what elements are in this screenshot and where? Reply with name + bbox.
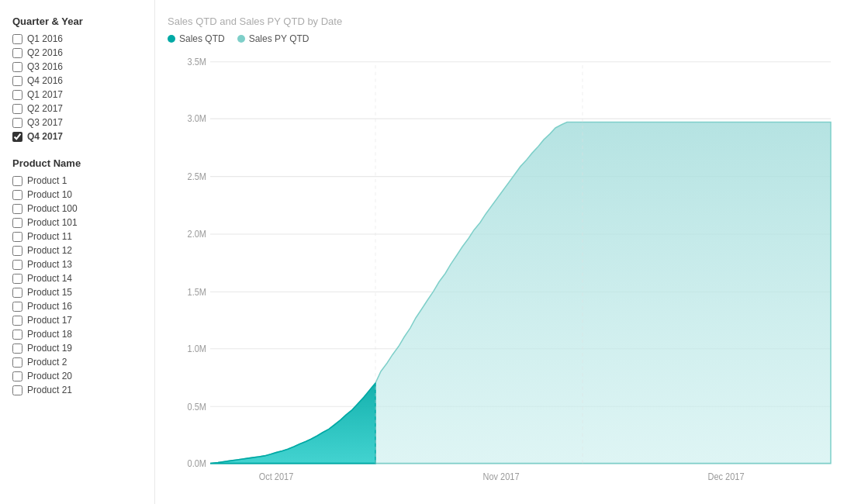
quarter-checkbox-q3-2016[interactable] [12,62,22,72]
sidebar: Quarter & Year Q1 2016 Q2 2016 Q3 2016 Q… [0,0,155,504]
quarter-item-q4-2016[interactable]: Q4 2016 [12,75,142,86]
quarter-checkbox-q3-2017[interactable] [12,118,22,128]
quarter-label-q1-2016: Q1 2016 [27,33,63,44]
quarter-label-q1-2017: Q1 2017 [27,89,63,100]
product-item-20[interactable]: Product 20 [12,371,142,381]
x-axis-label-dec: Dec 2017 [707,472,744,482]
quarter-section-title: Quarter & Year [12,16,142,27]
product-item-14[interactable]: Product 14 [12,273,142,284]
quarter-item-q3-2017[interactable]: Q3 2017 [12,117,142,128]
quarter-label-q3-2017: Q3 2017 [27,117,63,128]
quarter-item-q4-2017[interactable]: Q4 2017 [12,131,142,142]
product-item-2[interactable]: Product 2 [12,357,142,368]
chart-svg: 3.5M 3.0M 2.5M 2.0M 1.5M 1.0M 0.5M 0.0M [168,54,842,488]
quarter-item-q2-2016[interactable]: Q2 2016 [12,47,142,58]
chart-title: Sales QTD and Sales PY QTD by Date [168,16,842,27]
y-axis-label-0-5m: 0.5M [188,402,206,411]
sales-qtd-area [210,383,375,464]
chart-container: 3.5M 3.0M 2.5M 2.0M 1.5M 1.0M 0.5M 0.0M [168,54,842,488]
quarter-label-q4-2016: Q4 2016 [27,75,63,86]
product-item-18[interactable]: Product 18 [12,329,142,340]
product-section-title: Product Name [12,157,142,169]
quarter-checkbox-q1-2017[interactable] [12,90,22,100]
quarter-label-q4-2017: Q4 2017 [27,131,63,142]
quarter-checkbox-q4-2016[interactable] [12,76,22,86]
product-filter-section: Product Name Product 1 Product 10 Produc… [12,157,142,395]
y-axis-label-2-0m: 2.0M [188,230,206,239]
product-item-21[interactable]: Product 21 [12,385,142,395]
y-axis-label-1-0m: 1.0M [188,344,206,354]
main-content: Sales QTD and Sales PY QTD by Date Sales… [155,0,861,504]
quarter-label-q2-2016: Q2 2016 [27,47,63,58]
product-item-19[interactable]: Product 19 [12,343,142,354]
product-item-17[interactable]: Product 17 [12,315,142,326]
quarter-label-q3-2016: Q3 2016 [27,61,63,72]
legend-sales-qtd: Sales QTD [168,33,225,44]
quarter-checkbox-q1-2016[interactable] [12,34,22,44]
x-axis-label-nov: Nov 2017 [482,472,519,482]
quarter-item-q1-2017[interactable]: Q1 2017 [12,89,142,100]
product-item-12[interactable]: Product 12 [12,245,142,256]
y-axis-label-1-5m: 1.5M [188,287,206,296]
product-item-13[interactable]: Product 13 [12,259,142,270]
legend-dot-sales-py-qtd [237,35,245,43]
legend-dot-sales-qtd [168,35,175,43]
product-item-15[interactable]: Product 15 [12,287,142,298]
legend-sales-py-qtd: Sales PY QTD [237,33,309,44]
product-item-16[interactable]: Product 16 [12,301,142,312]
quarter-checkbox-q2-2016[interactable] [12,48,22,58]
legend-label-sales-py-qtd: Sales PY QTD [249,33,309,44]
quarter-filter-section: Quarter & Year Q1 2016 Q2 2016 Q3 2016 Q… [12,16,142,142]
quarter-checkbox-q4-2017[interactable] [12,132,22,142]
product-item-1[interactable]: Product 1 [12,175,142,186]
legend-label-sales-qtd: Sales QTD [179,33,225,44]
product-item-10[interactable]: Product 10 [12,189,142,200]
quarter-checkbox-q2-2017[interactable] [12,104,22,114]
y-axis-label-3-0m: 3.0M [188,114,206,123]
y-axis-label-0-0m: 0.0M [188,459,206,468]
quarter-item-q3-2016[interactable]: Q3 2016 [12,61,142,72]
x-axis-label-oct: Oct 2017 [259,472,294,482]
product-item-11[interactable]: Product 11 [12,231,142,242]
quarter-item-q2-2017[interactable]: Q2 2017 [12,103,142,114]
y-axis-label-2-5m: 2.5M [188,172,206,181]
y-axis-label-3-5m: 3.5M [188,57,206,67]
product-item-101[interactable]: Product 101 [12,217,142,228]
sales-py-qtd-area [210,122,831,463]
quarter-label-q2-2017: Q2 2017 [27,103,63,114]
product-item-100[interactable]: Product 100 [12,203,142,214]
chart-legend: Sales QTD Sales PY QTD [168,33,842,44]
quarter-item-q1-2016[interactable]: Q1 2016 [12,33,142,44]
